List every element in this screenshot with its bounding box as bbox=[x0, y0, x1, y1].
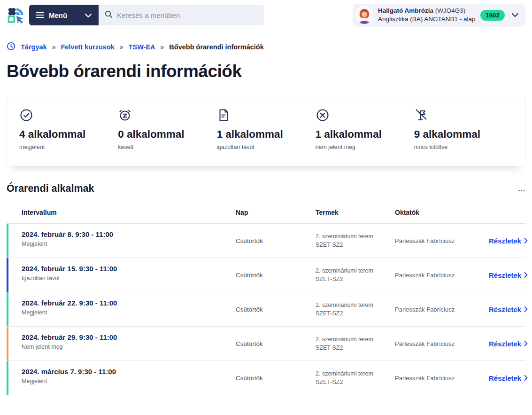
section-header: Órarendi alkalmak ... bbox=[7, 183, 525, 195]
stat-label: nem jelent meg bbox=[316, 144, 414, 150]
app-logo-icon[interactable] bbox=[7, 6, 24, 24]
user-name: Hallgató Ambrózia bbox=[378, 7, 433, 14]
check-circle-icon bbox=[19, 108, 118, 123]
chevron-right-icon bbox=[524, 341, 528, 346]
details-link[interactable]: Részletek bbox=[489, 305, 528, 313]
flag-slash-icon bbox=[414, 108, 513, 123]
status-accent-bar bbox=[7, 224, 8, 258]
hamburger-icon bbox=[36, 12, 44, 18]
user-program: Anglisztika (BA) ANGTANB1 - alapkép... bbox=[378, 15, 476, 23]
details-link[interactable]: Részletek bbox=[489, 237, 528, 245]
stat-kesett: 0 alkalommal késett bbox=[118, 108, 216, 150]
user-code: (WJO4G3) bbox=[435, 7, 466, 14]
column-header-intervallum: Intervallum bbox=[22, 209, 236, 216]
row-day: Csütörtök bbox=[236, 375, 316, 382]
overflow-menu-icon[interactable]: ... bbox=[518, 187, 525, 191]
status-accent-bar bbox=[7, 361, 8, 395]
status-accent-bar bbox=[7, 327, 8, 360]
stat-value: 1 alkalommal bbox=[216, 128, 315, 141]
row-day: Csütörtök bbox=[236, 272, 316, 279]
row-status: Igazoltan távol bbox=[22, 275, 236, 282]
user-menu[interactable]: Hallgató Ambrózia (WJO4G3) Anglisztika (… bbox=[353, 4, 525, 27]
row-day: Csütörtök bbox=[236, 306, 316, 313]
row-room: 2. szemináriumi terem SZET-SZ2 bbox=[316, 369, 395, 386]
status-accent-bar bbox=[7, 292, 8, 326]
table-header-row: Intervallum Nap Termek Oktatók bbox=[7, 198, 525, 224]
stat-label: késett bbox=[118, 144, 216, 150]
menu-search-group: Menü bbox=[29, 5, 264, 25]
table-row: 2024. február 29. 9:30 - 11:00 Nem jelen… bbox=[7, 327, 525, 361]
row-interval: 2024. február 15. 9:30 - 11:00 bbox=[22, 265, 236, 273]
stat-label: nincs kitöltve bbox=[414, 144, 513, 150]
user-info: Hallgató Ambrózia (WJO4G3) Anglisztika (… bbox=[378, 7, 476, 23]
row-teacher: Parlesszák Fabríciusz bbox=[395, 306, 489, 313]
alarm-clock-icon bbox=[118, 108, 216, 123]
stat-megjelent: 4 alkalommal megjelent bbox=[19, 108, 118, 150]
breadcrumb-link-felvett-kurzusok[interactable]: Felvett kurzusok bbox=[61, 43, 114, 51]
column-header-termek: Termek bbox=[316, 209, 395, 216]
row-status: Megjelent bbox=[22, 309, 236, 316]
stat-value: 1 alkalommal bbox=[316, 128, 414, 141]
row-interval: 2024. február 22. 9:30 - 11:00 bbox=[22, 299, 236, 307]
schedule-table: Intervallum Nap Termek Oktatók 2024. feb… bbox=[7, 198, 525, 395]
stat-value: 4 alkalommal bbox=[19, 128, 118, 141]
breadcrumb-link-targyak[interactable]: Tárgyak bbox=[21, 43, 47, 51]
row-room: 2. szemináriumi terem SZET-SZ2 bbox=[316, 301, 395, 318]
column-header-nap: Nap bbox=[236, 209, 316, 216]
table-row: 2024. március 7. 9:30 - 11:00 Megjelent … bbox=[7, 361, 525, 395]
stat-igazoltan-tavol: 1 alkalommal igazoltan távol bbox=[216, 108, 315, 150]
column-header-oktatok: Oktatók bbox=[395, 209, 489, 216]
row-interval: 2024. február 29. 9:30 - 11:00 bbox=[22, 333, 236, 341]
row-room: 2. szemináriumi terem SZET-SZ2 bbox=[316, 266, 395, 283]
row-room: 2. szemináriumi terem SZET-SZ2 bbox=[316, 232, 395, 249]
stat-value: 9 alkalommal bbox=[414, 128, 513, 141]
chevron-right-icon bbox=[524, 272, 528, 278]
breadcrumb-current: Bővebb órarendi információk bbox=[169, 43, 263, 51]
chevron-right-icon bbox=[524, 238, 528, 243]
details-link[interactable]: Részletek bbox=[489, 340, 528, 348]
row-day: Csütörtök bbox=[236, 237, 316, 244]
attendance-summary-card: 4 alkalommal megjelent 0 alkalommal kése… bbox=[7, 96, 525, 166]
row-teacher: Parlesszák Fabríciusz bbox=[395, 237, 489, 244]
table-row: 2024. február 22. 9:30 - 11:00 Megjelent… bbox=[7, 292, 525, 327]
row-interval: 2024. március 7. 9:30 - 11:00 bbox=[22, 368, 236, 376]
table-row: 2024. február 15. 9:30 - 11:00 Igazoltan… bbox=[7, 258, 525, 292]
row-teacher: Parlesszák Fabríciusz bbox=[395, 272, 489, 279]
stat-nincs-kitoltve: 9 alkalommal nincs kitöltve bbox=[414, 108, 513, 150]
row-room: 2. szemináriumi terem SZET-SZ2 bbox=[316, 335, 395, 352]
search-input[interactable] bbox=[117, 11, 258, 19]
chevron-right-icon bbox=[524, 306, 528, 312]
avatar bbox=[355, 6, 373, 24]
breadcrumb-separator: » bbox=[161, 43, 164, 51]
breadcrumb-separator: » bbox=[120, 43, 123, 51]
stat-nem-jelent-meg: 1 alkalommal nem jelent meg bbox=[316, 108, 414, 150]
chevron-down-icon[interactable] bbox=[511, 11, 519, 19]
section-title: Órarendi alkalmak bbox=[7, 183, 94, 195]
row-day: Csütörtök bbox=[236, 340, 316, 347]
stat-label: igazoltan távol bbox=[216, 144, 315, 150]
chevron-down-icon bbox=[85, 11, 92, 19]
document-icon bbox=[216, 108, 315, 123]
page-title: Bővebb órarendi információk bbox=[7, 62, 525, 81]
breadcrumb: Tárgyak » Felvett kurzusok » TSW-EA » Bő… bbox=[0, 42, 532, 52]
row-interval: 2024. február 8. 9:30 - 11:00 bbox=[22, 230, 236, 238]
stat-label: megjelent bbox=[19, 144, 118, 150]
details-link[interactable]: Részletek bbox=[489, 374, 528, 382]
row-status: Megjelent bbox=[22, 241, 236, 247]
chevron-right-icon bbox=[524, 375, 528, 381]
semester-badge: 1902 bbox=[480, 10, 505, 21]
row-teacher: Parlesszák Fabríciusz bbox=[395, 340, 489, 347]
search-icon bbox=[105, 10, 113, 20]
status-accent-bar bbox=[7, 258, 8, 292]
menu-button-label: Menü bbox=[49, 11, 67, 19]
x-circle-icon bbox=[316, 108, 414, 123]
breadcrumb-link-tsw-ea[interactable]: TSW-EA bbox=[129, 43, 155, 51]
table-row: 2024. február 8. 9:30 - 11:00 Megjelent … bbox=[7, 224, 525, 258]
menu-button[interactable]: Menü bbox=[29, 5, 99, 25]
stat-value: 0 alkalommal bbox=[118, 128, 216, 141]
top-bar: Menü Hallgató Ambrózia bbox=[0, 0, 532, 30]
details-link[interactable]: Részletek bbox=[489, 271, 528, 279]
menu-search-field[interactable] bbox=[99, 5, 264, 25]
history-clock-icon bbox=[7, 42, 15, 52]
row-teacher: Parlesszák Fabríciusz bbox=[395, 375, 489, 382]
